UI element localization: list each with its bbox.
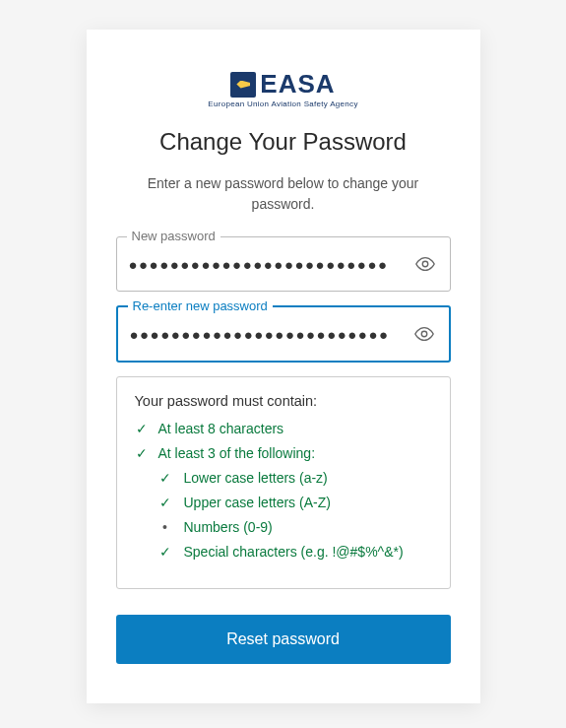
rule-text: At least 3 of the following:: [158, 445, 316, 461]
reenter-password-label: Re-enter new password: [128, 298, 273, 313]
check-icon: ✓: [158, 544, 172, 560]
toggle-visibility-reenter-button[interactable]: [411, 321, 437, 347]
rule-subitem: • Numbers (0-9): [158, 519, 432, 535]
check-icon: ✓: [158, 470, 172, 486]
new-password-field: New password: [116, 236, 451, 292]
rule-subitem: ✓ Upper case letters (A-Z): [158, 495, 432, 510]
svg-point-1: [421, 331, 427, 337]
easa-logo: EASA European Union Aviation Safety Agen…: [208, 69, 357, 108]
rule-text: Numbers (0-9): [184, 519, 273, 535]
eye-icon: [414, 253, 436, 275]
logo-text: EASA: [260, 69, 335, 99]
rules-title: Your password must contain:: [135, 393, 432, 409]
rule-text: Lower case letters (a-z): [184, 470, 328, 486]
check-icon: ✓: [158, 495, 172, 510]
new-password-input[interactable]: [129, 256, 412, 273]
rules-sublist: ✓ Lower case letters (a-z) ✓ Upper case …: [135, 470, 432, 560]
rule-text: Special characters (e.g. !@#$%^&*): [184, 544, 404, 560]
page-title: Change Your Password: [116, 128, 451, 156]
reenter-password-field: Re-enter new password: [116, 305, 451, 363]
rule-item: ✓ At least 8 characters: [135, 421, 432, 436]
reenter-password-input[interactable]: [130, 326, 411, 343]
eye-icon: [413, 323, 435, 345]
check-icon: ✓: [135, 445, 149, 461]
rule-text: At least 8 characters: [158, 421, 284, 436]
rule-subitem: ✓ Special characters (e.g. !@#$%^&*): [158, 544, 432, 560]
bullet-icon: •: [158, 519, 172, 535]
check-icon: ✓: [135, 421, 149, 436]
rule-text: Upper case letters (A-Z): [184, 495, 331, 510]
logo-container: EASA European Union Aviation Safety Agen…: [116, 69, 451, 108]
rule-subitem: ✓ Lower case letters (a-z): [158, 470, 432, 486]
svg-point-0: [422, 261, 428, 267]
rules-list: ✓ At least 8 characters ✓ At least 3 of …: [135, 421, 432, 461]
password-change-card: EASA European Union Aviation Safety Agen…: [87, 30, 480, 703]
logo-badge-icon: [230, 72, 256, 98]
reset-password-button[interactable]: Reset password: [116, 615, 451, 664]
rule-item: ✓ At least 3 of the following:: [135, 445, 432, 461]
password-rules-panel: Your password must contain: ✓ At least 8…: [116, 376, 451, 589]
page-subtitle: Enter a new password below to change you…: [116, 173, 451, 215]
logo-subtitle: European Union Aviation Safety Agency: [208, 99, 357, 108]
toggle-visibility-new-button[interactable]: [412, 251, 438, 277]
new-password-label: New password: [127, 229, 220, 243]
